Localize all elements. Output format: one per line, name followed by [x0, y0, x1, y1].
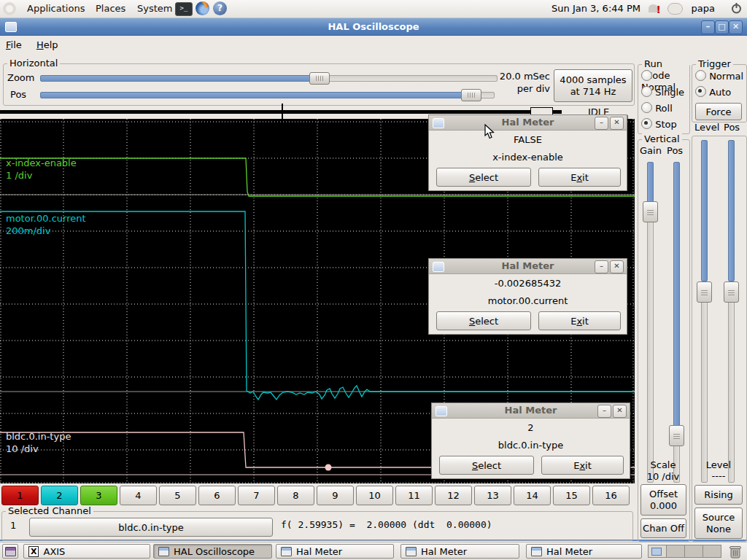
channel-button-2[interactable]: 2 — [41, 486, 78, 505]
channel-button-13[interactable]: 13 — [474, 486, 511, 505]
minimize-icon[interactable]: – — [595, 260, 608, 273]
applications-menu[interactable]: Applications — [20, 0, 91, 18]
zoom-slider-track[interactable] — [325, 75, 498, 82]
hal-meter-window-3: Hal Meter – ✕ 2 bldc.0.in-type Select Ex… — [431, 402, 630, 479]
zoom-slider-handle[interactable] — [309, 72, 330, 85]
gain-slider-fill[interactable] — [647, 162, 654, 204]
workspace-4[interactable] — [703, 545, 721, 558]
window-menu-icon[interactable] — [433, 118, 444, 128]
close-icon[interactable]: ✕ — [613, 405, 627, 418]
channel-button-3[interactable]: 3 — [80, 486, 117, 505]
exit-button[interactable]: Exit — [541, 456, 624, 475]
workspace-switcher[interactable] — [648, 545, 721, 558]
meter-titlebar[interactable]: Hal Meter – ✕ — [429, 115, 627, 131]
distro-logo-icon[interactable] — [3, 2, 16, 15]
trigger-level-slider-fill[interactable] — [701, 140, 708, 281]
trigger-pos-slider-fill[interactable] — [728, 140, 735, 281]
window-titlebar[interactable]: HAL Oscilloscope – □ ✕ — [0, 18, 747, 36]
system-menu[interactable]: System — [131, 0, 179, 18]
exit-button[interactable]: Exit — [538, 311, 621, 330]
firefox-launcher-icon[interactable] — [196, 1, 209, 15]
pos-slider-handle[interactable] — [461, 89, 481, 101]
trigger-level-slider-handle[interactable] — [697, 281, 712, 303]
channel-button-14[interactable]: 14 — [514, 486, 551, 505]
close-icon[interactable]: ✕ — [610, 260, 624, 273]
clock[interactable]: Sun Jan 3, 6:44 PM — [551, 0, 640, 18]
task-hal-oscilloscope[interactable]: HAL Oscilloscope — [153, 544, 272, 559]
close-icon[interactable]: ✕ — [610, 117, 624, 130]
run-mode-roll[interactable]: Roll — [641, 102, 673, 114]
vertical-frame-label: Vertical — [642, 133, 682, 145]
trigger-pos-slider-track[interactable] — [728, 300, 735, 483]
channel-button-5[interactable]: 5 — [159, 486, 196, 505]
select-button[interactable]: Select — [436, 168, 531, 187]
vertical-pos-slider-fill[interactable] — [673, 162, 680, 427]
meter-titlebar[interactable]: Hal Meter – ✕ — [432, 403, 630, 419]
force-button[interactable]: Force — [695, 103, 742, 120]
trigger-pos-slider-handle[interactable] — [724, 281, 739, 303]
channel-button-1[interactable]: 1 — [1, 486, 39, 505]
channel-button-11[interactable]: 11 — [395, 486, 433, 505]
exit-button[interactable]: Exit — [538, 168, 621, 187]
menu-file[interactable]: File — [0, 36, 28, 55]
selected-pin-button[interactable]: bldc.0.in-type — [29, 518, 273, 537]
select-button[interactable]: Select — [436, 311, 531, 330]
network-status-icon[interactable]: ! — [648, 2, 661, 15]
trigger-level-slider-track[interactable] — [701, 300, 708, 483]
close-icon[interactable]: ✕ — [729, 20, 743, 34]
help-launcher-icon[interactable]: ? — [213, 1, 227, 15]
channel-button-10[interactable]: 10 — [356, 486, 393, 505]
run-mode-single[interactable]: Single — [641, 86, 684, 98]
channel-button-6[interactable]: 6 — [198, 486, 236, 505]
channel-button-7[interactable]: 7 — [238, 486, 275, 505]
pos-slider-fill[interactable] — [40, 92, 468, 98]
channel-button-9[interactable]: 9 — [317, 486, 354, 505]
source-button[interactable]: SourceNone — [694, 508, 743, 539]
terminal-launcher-icon[interactable]: >_ — [175, 2, 193, 16]
task-hal-meter-1[interactable]: Hal Meter — [276, 544, 394, 559]
workspace-2[interactable] — [667, 545, 685, 558]
task-hal-meter-3[interactable]: Hal Meter — [526, 544, 642, 559]
task-axis[interactable]: X AXIS — [23, 544, 150, 559]
window-menu-icon[interactable] — [436, 406, 447, 416]
channel-button-4[interactable]: 4 — [120, 486, 157, 505]
places-menu[interactable]: Places — [89, 0, 132, 18]
zoom-slider-fill[interactable] — [40, 75, 316, 82]
gain-slider-handle[interactable] — [643, 201, 658, 222]
vertical-pos-slider-handle[interactable] — [669, 425, 684, 446]
minimize-icon[interactable]: – — [701, 20, 715, 34]
window-task-icon — [158, 547, 169, 556]
trash-icon[interactable] — [728, 544, 743, 559]
power-icon[interactable] — [730, 2, 743, 15]
window-menu-icon[interactable] — [433, 262, 444, 272]
trace-label-x-index-enable: x-index-enable1 /div — [6, 157, 77, 182]
rising-button[interactable]: Rising — [694, 485, 743, 505]
samples-button[interactable]: 4000 samplesat 714 Hz — [554, 69, 632, 102]
trigger-normal[interactable]: Normal — [695, 70, 743, 82]
channel-button-8[interactable]: 8 — [277, 486, 314, 505]
menu-help[interactable]: Help — [31, 36, 64, 55]
channel-button-16[interactable]: 16 — [592, 486, 630, 505]
window-menu-icon[interactable] — [5, 22, 17, 32]
task-hal-meter-2[interactable]: Hal Meter — [400, 544, 519, 559]
maximize-icon[interactable]: □ — [715, 20, 729, 34]
vertical-pos-header: Pos — [667, 145, 683, 156]
show-desktop-button[interactable] — [2, 544, 18, 559]
gain-slider-track[interactable] — [647, 220, 654, 483]
minimize-icon[interactable]: – — [595, 117, 608, 130]
channel-button-12[interactable]: 12 — [435, 486, 472, 505]
mouse-cursor — [484, 124, 496, 140]
trigger-auto[interactable]: Auto — [695, 86, 731, 98]
workspace-1[interactable] — [648, 545, 667, 558]
workspace-3[interactable] — [685, 545, 703, 558]
offset-button[interactable]: Offset0.000 — [640, 484, 686, 516]
messaging-icon[interactable] — [667, 3, 683, 15]
minimize-icon[interactable]: – — [597, 405, 611, 418]
window-task-icon — [281, 547, 292, 556]
chan-off-button[interactable]: Chan Off — [640, 518, 686, 538]
run-mode-stop[interactable]: Stop — [641, 118, 677, 130]
meter-titlebar[interactable]: Hal Meter – ✕ — [429, 259, 627, 274]
user-menu[interactable]: papa — [692, 0, 715, 18]
channel-button-15[interactable]: 15 — [553, 486, 590, 505]
select-button[interactable]: Select — [439, 456, 534, 475]
